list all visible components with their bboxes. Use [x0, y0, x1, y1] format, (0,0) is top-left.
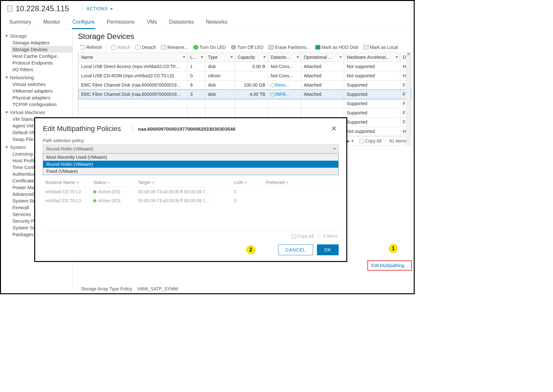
path-policy-label: Path selection policy:	[43, 138, 339, 143]
paths-row[interactable]: vmhba6:C0:T0:L3Active (I/O)50:00:09:73:a…	[43, 187, 339, 196]
sort-icon	[396, 57, 398, 58]
paths-table-footer: Copy All 2 items	[43, 231, 339, 240]
paths-column-header[interactable]: Preferred	[263, 178, 339, 187]
local-icon	[364, 45, 369, 50]
erase-partitions-button[interactable]: Erase Partitions...	[266, 44, 312, 50]
tree-item[interactable]: Host Cache Configur..	[11, 53, 73, 59]
table-row[interactable]: Local USB Direct-Access (mpx.vmhba32:C0:…	[79, 62, 411, 71]
attach-icon	[111, 45, 116, 50]
sort-icon	[76, 182, 79, 184]
tree-item[interactable]: Virtual switches	[11, 81, 73, 88]
sort-icon	[263, 57, 266, 58]
sort-icon	[152, 182, 154, 184]
select-option[interactable]: Most Recently Used (VMware)	[43, 154, 338, 161]
active-status-icon	[93, 199, 97, 203]
annotation-badge-1: 1	[389, 244, 398, 253]
paths-column-header[interactable]: LUN	[231, 178, 263, 187]
table-row[interactable]: EMC Fibre Channel Disk (naa.600009700000…	[79, 81, 411, 90]
turn-on-led-button[interactable]: Turn On LED	[191, 44, 228, 50]
detach-icon	[135, 45, 141, 50]
tab-vms[interactable]: VMs	[146, 17, 157, 29]
tree-item[interactable]: I/O Filters	[11, 66, 73, 73]
tab-networks[interactable]: Networks	[205, 17, 228, 29]
horizontal-scroll-arrows[interactable]: ▶ ▼	[347, 139, 356, 143]
tree-item[interactable]: Protocol Endpoints	[11, 59, 73, 66]
tree-item[interactable]: TCP/IP configuration	[11, 101, 73, 108]
modal-copy-all-button[interactable]: Copy All	[292, 234, 314, 239]
mark-hdd-button[interactable]: Mark as HDD Disk	[313, 44, 360, 50]
table-row[interactable]: Local USB CD-ROM (mpx.vmhba32:C0:T0:L0)0…	[79, 71, 411, 81]
active-status-icon	[93, 190, 97, 194]
tree-item[interactable]: Storage Adapters	[11, 39, 73, 46]
close-icon[interactable]: ✕	[329, 124, 339, 134]
attach-button[interactable]: Attach	[109, 44, 132, 50]
ok-button[interactable]: OK	[317, 244, 339, 255]
tree-item[interactable]: Physical adapters	[11, 94, 73, 101]
tab-monitor[interactable]: Monitor	[42, 17, 61, 29]
refresh-icon	[80, 45, 85, 50]
column-header[interactable]: Capacity	[235, 53, 268, 62]
paths-table-body: vmhba6:C0:T0:L3Active (I/O)50:00:09:73:a…	[43, 187, 339, 205]
column-header[interactable]: L...	[188, 53, 205, 62]
chevron-down-icon	[110, 8, 113, 10]
refresh-button[interactable]: Refresh	[78, 44, 104, 50]
column-header[interactable]: Operational ...	[301, 53, 344, 62]
app-root: 10.228.245.115 ACTIONS SummaryMonitorCon…	[0, 0, 415, 294]
tree-group-storage[interactable]: Storage	[4, 33, 73, 39]
erase-icon	[268, 45, 273, 50]
select-option[interactable]: Round Robin (VMware)	[43, 161, 338, 168]
path-policy-current[interactable]: Round Robin (VMware)	[43, 144, 339, 153]
column-header[interactable]: Datasto...	[268, 53, 301, 62]
detach-button[interactable]: Detach	[134, 44, 158, 50]
tab-permissions[interactable]: Permissions	[106, 17, 135, 29]
tree-item[interactable]: VMkernel adapters	[11, 88, 73, 94]
mark-local-button[interactable]: Mark as Local	[362, 44, 400, 50]
modal-device-id: naa.600009700001977000062533030303546	[138, 126, 235, 132]
column-header[interactable]: Name	[79, 53, 188, 62]
datastore-icon	[271, 83, 274, 87]
copy-icon	[359, 139, 364, 143]
paths-column-header[interactable]: Status	[91, 178, 135, 187]
tab-datastores[interactable]: Datastores	[168, 17, 194, 29]
actions-dropdown[interactable]: ACTIONS	[87, 6, 113, 11]
tab-configure[interactable]: Configure	[72, 17, 95, 29]
datastore-icon	[271, 93, 274, 96]
tree-item[interactable]: Storage Devices	[11, 46, 73, 53]
primary-tabs: SummaryMonitorConfigurePermissionsVMsDat…	[1, 15, 414, 29]
turn-off-led-button[interactable]: Turn Off LED	[229, 44, 265, 50]
rename-icon	[161, 45, 166, 50]
sort-icon	[230, 57, 233, 58]
tree-group-networking[interactable]: Networking	[4, 74, 73, 81]
select-option[interactable]: Fixed (VMware)	[43, 168, 338, 175]
page-header: 10.228.245.115 ACTIONS	[1, 1, 414, 15]
cancel-button[interactable]: CANCEL	[278, 244, 313, 255]
chevron-down-icon	[5, 77, 8, 79]
modal-title: Edit Multipathing Policies	[43, 125, 121, 133]
edit-multipathing-modal: Edit Multipathing Policies naa.600009700…	[34, 117, 347, 262]
scroll-up-icon[interactable]: ▲	[406, 52, 411, 57]
sort-icon	[183, 57, 185, 58]
paths-column-header[interactable]: Runtime Name	[43, 178, 91, 187]
chevron-down-icon	[5, 146, 8, 148]
table-row[interactable]: SupportedF	[79, 108, 411, 118]
edit-multipathing-link[interactable]: Edit Multipathing...	[371, 263, 408, 268]
tab-summary[interactable]: Summary	[9, 17, 32, 29]
column-header[interactable]: Type	[205, 53, 235, 62]
sort-icon	[201, 57, 203, 58]
path-policy-select[interactable]: Round Robin (VMware) Most Recently Used …	[43, 144, 339, 175]
column-header[interactable]: Hardware Accelerat...	[344, 53, 400, 62]
paths-column-header[interactable]: Target	[135, 178, 231, 187]
sort-icon	[244, 182, 247, 184]
chevron-down-icon	[5, 111, 8, 113]
paths-row[interactable]: vmhba2:C0:T0:L3Active (I/O)50:00:09:73:a…	[43, 196, 339, 205]
edit-multipathing-frame: Edit Multipathing...	[367, 260, 412, 271]
actions-label: ACTIONS	[87, 6, 108, 11]
copy-all-button[interactable]: Copy All	[359, 138, 381, 143]
chevron-down-icon	[5, 35, 8, 37]
table-row[interactable]: EMC Fibre Channel Disk (naa.600009700000…	[79, 90, 411, 99]
table-row[interactable]: SupportedF	[79, 99, 411, 108]
rename-button[interactable]: Rename...	[159, 44, 190, 50]
host-icon	[7, 5, 12, 12]
tree-group-virtual-machines[interactable]: Virtual Machines	[4, 109, 73, 116]
table-scrollbar[interactable]: ▲	[406, 52, 411, 145]
